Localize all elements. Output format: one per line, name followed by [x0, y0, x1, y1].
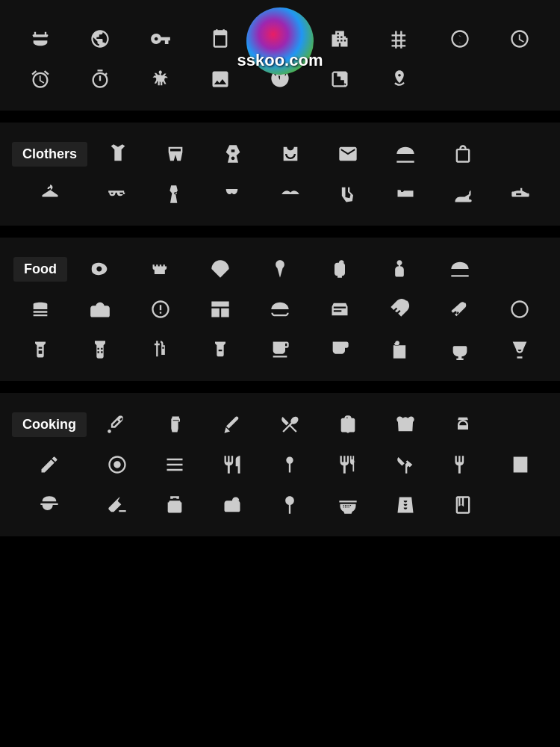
icon-eraser [101, 489, 134, 521]
icon-glasses [102, 178, 134, 211]
icon-deer [144, 63, 177, 96]
clothers-section: Clothers [0, 123, 560, 226]
icon-shoe-flat [389, 178, 422, 211]
icon-baguette [383, 293, 416, 326]
icon-envelope [332, 137, 364, 170]
icon-hat2 [389, 137, 422, 170]
divider-3 [0, 387, 560, 393]
icon-clock [503, 22, 536, 55]
icon-serving-dome [444, 252, 476, 285]
icon-cheese-grater [389, 489, 422, 521]
icon-frying-pan [144, 252, 177, 285]
icon-pencil [33, 448, 66, 481]
icon-dress [217, 137, 249, 170]
icon-fish [84, 252, 116, 285]
icon-heel [447, 178, 479, 211]
icon-timer [84, 63, 116, 96]
icon-spatula [101, 408, 134, 441]
icon-knife [216, 408, 249, 441]
icon-balloon [383, 63, 416, 96]
cooking-section: Cooking [0, 393, 560, 536]
icon-alarm [24, 63, 57, 96]
icon-photo [204, 63, 237, 96]
icon-coffee-cup [264, 333, 296, 366]
icon-wineglass [503, 333, 536, 366]
icon-sock [332, 178, 364, 211]
food-section: Food [0, 238, 560, 381]
icon-fork-plate [332, 448, 364, 481]
clothers-label: Clothers [12, 142, 87, 167]
icon-mug [323, 333, 356, 366]
icon-empty1 [504, 137, 537, 170]
icon-cutlery2 [389, 448, 422, 481]
icon-underwear [217, 178, 249, 211]
icon-bowl [33, 489, 66, 521]
icon-milk-box [84, 333, 116, 366]
icon-cutlery3 [447, 448, 479, 481]
icon-ladder [383, 22, 416, 55]
icon-cutlery4 [504, 448, 537, 481]
icon-spoon2 [273, 448, 306, 481]
icon-popsicle [323, 252, 356, 285]
divider-1 [0, 117, 560, 123]
icon-stairs [323, 63, 356, 96]
divider-2 [0, 232, 560, 238]
icon-plate [101, 448, 134, 481]
icon-tie [159, 178, 192, 211]
icon-wine [444, 333, 476, 366]
icon-colander [332, 489, 364, 521]
icon-polo [274, 137, 307, 170]
icon-empty2 [503, 252, 536, 285]
icon-hanger [34, 178, 66, 211]
icon-rice-box [323, 293, 356, 326]
icon-pepper [383, 252, 416, 285]
food-label: Food [13, 257, 67, 282]
icon-bag [447, 137, 479, 170]
watermark-text: sskoo.com [237, 51, 323, 70]
icon-bottle [24, 333, 57, 366]
icon-ladle [273, 408, 306, 441]
icon-bento [204, 293, 237, 326]
icon-condiments [144, 333, 177, 366]
icon-pizza [204, 252, 237, 285]
icon-burger [24, 293, 57, 326]
icon-recipe-book [447, 489, 479, 521]
icon-shorts [159, 137, 192, 170]
icon-icecream [264, 252, 296, 285]
icon-water-bottle [204, 333, 237, 366]
icon-ladle2 [273, 489, 306, 521]
icon-frying-pan2 [216, 489, 249, 521]
icon-fork [216, 448, 249, 481]
icon-meatball [503, 293, 536, 326]
icon-sneaker [504, 178, 537, 211]
icon-carrot [444, 293, 476, 326]
top-section: sskoo.com [0, 0, 560, 111]
icon-tshirt [102, 137, 134, 170]
divider-4 [0, 542, 560, 548]
icon-cookie [144, 293, 177, 326]
icon-bra [274, 178, 307, 211]
icon-oven-mitt [332, 408, 364, 441]
icon-notebook [204, 22, 237, 55]
icon-key [144, 22, 177, 55]
icon-instant-pot [447, 408, 479, 441]
icon-chef-hat [389, 408, 422, 441]
cooking-label: Cooking [12, 412, 87, 437]
icon-beer [383, 333, 416, 366]
icon-noodles [264, 293, 296, 326]
icon-cleaver [158, 408, 191, 441]
icon-building [323, 22, 356, 55]
icon-globe [84, 22, 116, 55]
icon-pot [158, 489, 191, 521]
icon-earth [444, 22, 476, 55]
icon-hat [24, 22, 57, 55]
icon-bread [84, 293, 116, 326]
icon-lines [158, 448, 191, 481]
icon-empty3 [504, 408, 537, 441]
